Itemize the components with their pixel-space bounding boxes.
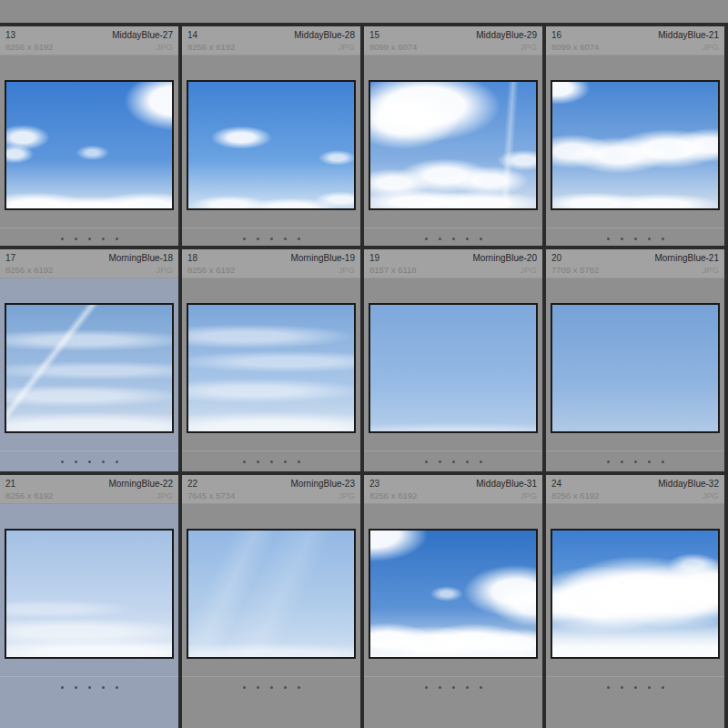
photo-cell[interactable]: 13 MiddayBlue-27 8256 x 6192 JPG bbox=[0, 26, 182, 246]
photo-cell[interactable]: 24 MiddayBlue-32 8256 x 6192 JPG bbox=[546, 475, 728, 728]
rating-dot[interactable] bbox=[662, 686, 664, 689]
photo-cell[interactable]: 19 MorningBlue-20 8157 x 6118 JPG bbox=[364, 249, 546, 471]
photo-thumbnail[interactable] bbox=[369, 80, 538, 210]
photo-thumbnail[interactable] bbox=[551, 303, 720, 433]
rating-dots[interactable] bbox=[0, 676, 178, 689]
rating-dots[interactable] bbox=[546, 676, 724, 689]
rating-dot[interactable] bbox=[621, 460, 623, 463]
rating-dot[interactable] bbox=[607, 238, 610, 240]
cell-header: 17 MorningBlue-18 8256 x 6192 JPG bbox=[0, 249, 178, 278]
rating-dot[interactable] bbox=[439, 238, 441, 240]
rating-dot[interactable] bbox=[243, 686, 246, 689]
rating-dot[interactable] bbox=[75, 686, 77, 689]
rating-dot[interactable] bbox=[61, 238, 64, 240]
photo-cell[interactable]: 22 MorningBlue-23 7645 x 5734 JPG bbox=[182, 475, 364, 728]
rating-dot[interactable] bbox=[648, 238, 651, 240]
rating-dot[interactable] bbox=[298, 460, 300, 463]
photo-thumbnail[interactable] bbox=[187, 80, 356, 210]
rating-dot[interactable] bbox=[116, 686, 118, 689]
rating-dot[interactable] bbox=[102, 460, 105, 463]
rating-dot[interactable] bbox=[425, 686, 428, 689]
rating-dots[interactable] bbox=[0, 450, 178, 463]
rating-dot[interactable] bbox=[270, 686, 273, 689]
photo-cell[interactable]: 18 MorningBlue-19 8256 x 6192 JPG bbox=[182, 249, 364, 471]
rating-dot[interactable] bbox=[75, 238, 77, 240]
rating-dot[interactable] bbox=[284, 686, 287, 689]
rating-dot[interactable] bbox=[648, 460, 651, 463]
photo-thumbnail[interactable] bbox=[5, 80, 174, 210]
rating-dot[interactable] bbox=[298, 238, 300, 240]
photo-cell[interactable]: 23 MiddayBlue-31 8256 x 6192 JPG bbox=[364, 475, 546, 728]
rating-dot[interactable] bbox=[88, 686, 91, 689]
rating-dot[interactable] bbox=[102, 238, 105, 240]
rating-dot[interactable] bbox=[284, 460, 287, 463]
rating-dot[interactable] bbox=[298, 686, 300, 689]
rating-dot[interactable] bbox=[452, 238, 455, 240]
photo-cell[interactable]: 17 MorningBlue-18 8256 x 6192 JPG bbox=[0, 249, 182, 471]
rating-dot[interactable] bbox=[621, 238, 623, 240]
rating-dot[interactable] bbox=[466, 460, 469, 463]
photo-thumbnail[interactable] bbox=[187, 303, 356, 433]
rating-dot[interactable] bbox=[607, 460, 610, 463]
rating-dot[interactable] bbox=[648, 686, 651, 689]
rating-dot[interactable] bbox=[452, 460, 455, 463]
rating-dot[interactable] bbox=[88, 238, 91, 240]
rating-dots[interactable] bbox=[364, 676, 542, 689]
rating-dots[interactable] bbox=[364, 228, 542, 240]
rating-dot[interactable] bbox=[466, 686, 469, 689]
photo-cell[interactable]: 20 MorningBlue-21 7709 x 5782 JPG bbox=[546, 249, 728, 471]
rating-dot[interactable] bbox=[102, 686, 105, 689]
rating-dot[interactable] bbox=[243, 238, 246, 240]
rating-dot[interactable] bbox=[480, 686, 482, 689]
rating-dot[interactable] bbox=[270, 238, 273, 240]
rating-dot[interactable] bbox=[61, 686, 64, 689]
rating-dot[interactable] bbox=[662, 460, 664, 463]
rating-dots[interactable] bbox=[182, 676, 360, 689]
rating-dot[interactable] bbox=[452, 686, 455, 689]
rating-dots[interactable] bbox=[364, 450, 542, 463]
rating-dots[interactable] bbox=[182, 450, 360, 463]
rating-dot[interactable] bbox=[466, 238, 469, 240]
rating-dot[interactable] bbox=[257, 460, 259, 463]
rating-dot[interactable] bbox=[480, 238, 482, 240]
rating-dot[interactable] bbox=[116, 460, 118, 463]
photo-filename: MiddayBlue-28 bbox=[294, 29, 355, 41]
photo-thumbnail[interactable] bbox=[551, 80, 720, 210]
rating-dot[interactable] bbox=[61, 460, 64, 463]
rating-dot[interactable] bbox=[621, 686, 623, 689]
rating-dot[interactable] bbox=[425, 238, 428, 240]
rating-dot[interactable] bbox=[634, 686, 637, 689]
rating-dot[interactable] bbox=[607, 686, 610, 689]
rating-dot[interactable] bbox=[439, 460, 441, 463]
rating-dot[interactable] bbox=[88, 460, 91, 463]
library-grid-view: 13 MiddayBlue-27 8256 x 6192 JPG 14 Midd… bbox=[0, 0, 728, 728]
rating-dot[interactable] bbox=[116, 238, 118, 240]
rating-dot[interactable] bbox=[425, 460, 428, 463]
rating-dot[interactable] bbox=[257, 238, 259, 240]
photo-cell[interactable]: 15 MiddayBlue-29 8099 x 6074 JPG bbox=[364, 26, 546, 246]
photo-thumbnail[interactable] bbox=[187, 529, 356, 659]
rating-dots[interactable] bbox=[182, 228, 360, 240]
rating-dot[interactable] bbox=[439, 686, 441, 689]
photo-thumbnail[interactable] bbox=[369, 529, 538, 659]
photo-dimensions: 8256 x 6192 bbox=[5, 41, 53, 53]
rating-dots[interactable] bbox=[546, 450, 724, 463]
rating-dot[interactable] bbox=[662, 238, 664, 240]
rating-dots[interactable] bbox=[546, 228, 724, 240]
photo-thumbnail[interactable] bbox=[5, 303, 174, 433]
rating-dot[interactable] bbox=[243, 460, 246, 463]
photo-thumbnail[interactable] bbox=[5, 529, 174, 659]
photo-thumbnail[interactable] bbox=[369, 303, 538, 433]
rating-dot[interactable] bbox=[257, 686, 259, 689]
rating-dot[interactable] bbox=[284, 238, 287, 240]
photo-thumbnail[interactable] bbox=[551, 529, 720, 659]
photo-cell[interactable]: 16 MiddayBlue-21 8099 x 6074 JPG bbox=[546, 26, 728, 246]
rating-dot[interactable] bbox=[270, 460, 273, 463]
photo-cell[interactable]: 21 MorningBlue-22 8256 x 6192 JPG bbox=[0, 475, 182, 728]
rating-dots[interactable] bbox=[0, 228, 178, 240]
rating-dot[interactable] bbox=[634, 460, 637, 463]
rating-dot[interactable] bbox=[480, 460, 482, 463]
photo-cell[interactable]: 14 MiddayBlue-28 8256 x 6192 JPG bbox=[182, 26, 364, 246]
rating-dot[interactable] bbox=[634, 238, 637, 240]
rating-dot[interactable] bbox=[75, 460, 77, 463]
